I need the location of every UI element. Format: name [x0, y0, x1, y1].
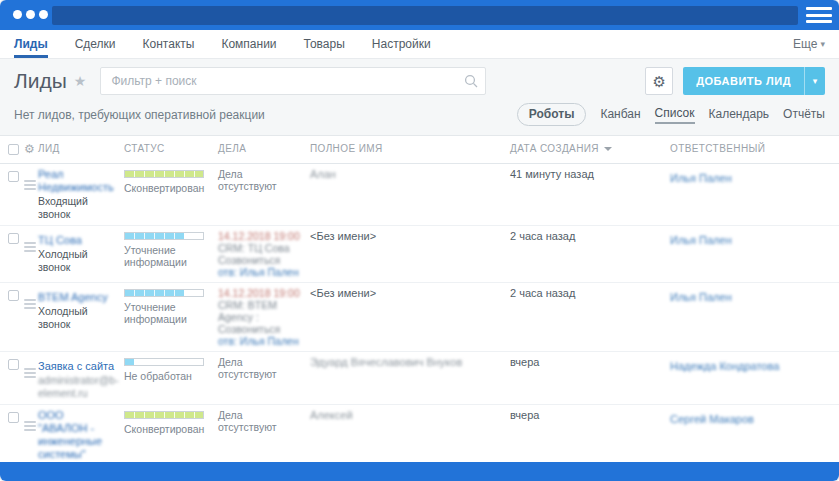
hamburger-menu-icon[interactable] — [806, 7, 832, 23]
select-all-checkbox[interactable] — [8, 144, 19, 155]
favorite-star-icon[interactable]: ★ — [74, 73, 87, 89]
settings-button[interactable]: ⚙ — [645, 67, 673, 95]
page-title: Лиды — [14, 69, 67, 93]
status-label: Уточнение информации — [124, 244, 210, 268]
nav-tab-products[interactable]: Товары — [304, 30, 345, 58]
activity-cell: Дела отсутствуют — [218, 352, 310, 405]
column-header-fullname[interactable]: ПОЛНОЕ ИМЯ — [310, 136, 510, 164]
column-settings-gear-icon[interactable]: ⚙ — [24, 142, 35, 156]
row-menu-icon[interactable] — [24, 242, 36, 252]
browser-topbar — [0, 0, 839, 30]
activity-line: Дела отсутствуют — [218, 356, 302, 380]
view-tab-list[interactable]: Список — [655, 106, 695, 124]
window-dot — [13, 10, 22, 19]
leads-table: ⚙ ЛИД СТАТУС ДЕЛА ПОЛНОЕ ИМЯ ДАТА СОЗДАН… — [0, 136, 839, 481]
responsible-link[interactable]: Илья Пален — [670, 172, 732, 184]
full-name: Эдуард Вячеславович Внуков — [310, 352, 510, 405]
add-lead-caret[interactable]: ▾ — [804, 67, 825, 95]
column-header-responsible[interactable]: ОТВЕТСТВЕННЫЙ — [670, 136, 839, 164]
status-bar — [124, 232, 204, 240]
activity-cell: 14.12.2018 19:00CRM: BTEMAgency :Созвони… — [218, 283, 310, 352]
row-checkbox[interactable] — [8, 233, 19, 244]
row-menu-icon[interactable] — [24, 368, 36, 378]
created-date: 41 минуту назад — [510, 164, 670, 226]
table-row[interactable]: BTEM AgencyХолодный звонок Уточнение инф… — [0, 283, 839, 352]
nav-tab-deals[interactable]: Сделки — [75, 30, 116, 58]
row-menu-icon[interactable] — [24, 421, 36, 431]
filter-search-box — [100, 67, 486, 95]
activity-line[interactable]: отв: Илья Пален — [218, 335, 302, 347]
activity-line[interactable]: отв: Илья Пален — [218, 266, 302, 278]
filter-search-input[interactable] — [100, 67, 486, 95]
lead-subtitle: Холодный звонок — [38, 248, 116, 274]
add-lead-button[interactable]: ДОБАВИТЬ ЛИД ▾ — [683, 67, 825, 95]
activity-line: Дела отсутствуют — [218, 409, 302, 433]
responsible-link[interactable]: Надежда Кондратова — [670, 360, 779, 372]
status-bar — [124, 170, 204, 178]
lead-link[interactable]: Реал Недвижимость — [38, 168, 116, 194]
lead-link[interactable]: BTEM Agency — [38, 291, 108, 304]
window-dot — [26, 10, 35, 19]
created-date: 2 часа назад — [510, 226, 670, 283]
view-tab-kanban[interactable]: Канбан — [600, 107, 640, 123]
row-menu-icon[interactable] — [24, 299, 36, 309]
row-checkbox[interactable] — [8, 412, 19, 423]
nav-tab-contacts[interactable]: Контакты — [143, 30, 195, 58]
table-row[interactable]: Заявка с сайтаadministrator@b-element.ru… — [0, 352, 839, 405]
window-dots — [13, 10, 48, 19]
row-menu-icon[interactable] — [24, 180, 36, 190]
view-tab-reports[interactable]: Отчёты — [783, 107, 825, 123]
chevron-down-icon: ▾ — [820, 39, 825, 49]
column-header-status[interactable]: СТАТУС — [124, 136, 218, 164]
table-row[interactable]: ТЦ СоваХолодный звонок Уточнение информа… — [0, 226, 839, 283]
page-toolbar: Лиды ★ ⚙ ДОБАВИТЬ ЛИД ▾ — [0, 59, 839, 101]
view-switcher: Роботы Канбан Список Календарь Отчёты — [517, 103, 825, 126]
responsible-link[interactable]: Сергей Макаров — [670, 413, 754, 425]
status-label: Уточнение информации — [124, 301, 210, 325]
view-tab-robots[interactable]: Роботы — [517, 103, 587, 126]
activity-line: Созвониться — [218, 254, 302, 266]
column-header-activity[interactable]: ДЕЛА — [218, 136, 310, 164]
created-date: 2 часа назад — [510, 283, 670, 352]
column-header-created[interactable]: ДАТА СОЗДАНИЯ — [510, 136, 670, 164]
full-name: Алан — [310, 164, 510, 226]
nav-more-dropdown[interactable]: Еще ▾ — [793, 30, 825, 58]
responsible-link[interactable]: Илья Пален — [670, 234, 732, 246]
row-checkbox[interactable] — [8, 359, 19, 370]
responsible-link[interactable]: Илья Пален — [670, 291, 732, 303]
caret-down-icon: ▾ — [813, 76, 818, 86]
bottom-bar — [0, 462, 839, 481]
row-checkbox[interactable] — [8, 171, 19, 182]
activity-line: Созвониться — [218, 323, 302, 335]
activity-line: 14.12.2018 19:00 — [218, 230, 302, 242]
created-date: вчера — [510, 352, 670, 405]
nav-tab-companies[interactable]: Компании — [221, 30, 276, 58]
gear-icon: ⚙ — [652, 74, 665, 89]
view-tab-calendar[interactable]: Календарь — [709, 107, 770, 123]
crm-navbar: Лиды Сделки Контакты Компании Товары Нас… — [0, 30, 839, 59]
status-label: Сконвертирован — [124, 423, 210, 435]
leads-table-body: Реал НедвижимостьВходящий звонок Сконвер… — [0, 164, 839, 481]
full-name: <Без имени> — [310, 283, 510, 352]
table-header-row: ⚙ ЛИД СТАТУС ДЕЛА ПОЛНОЕ ИМЯ ДАТА СОЗДАН… — [0, 136, 839, 164]
lead-link[interactable]: Заявка с сайта — [38, 360, 114, 373]
sort-desc-icon — [604, 147, 612, 151]
status-bar — [124, 411, 204, 419]
subbar: Нет лидов, требующих оперативной реакции… — [0, 101, 839, 135]
nav-tab-settings[interactable]: Настройки — [372, 30, 431, 58]
notice-text: Нет лидов, требующих оперативной реакции — [14, 108, 265, 122]
activity-line: 14.12.2018 19:00 — [218, 287, 302, 299]
column-header-lead[interactable]: ЛИД — [38, 136, 124, 164]
search-icon[interactable] — [464, 74, 478, 92]
nav-more-label: Еще — [793, 37, 817, 51]
lead-link[interactable]: ТЦ Сова — [38, 234, 82, 247]
window-dot — [39, 10, 48, 19]
lead-link[interactable]: ООО "АВАЛОН - инженерные системы" — [38, 409, 116, 461]
activity-cell: Дела отсутствуют — [218, 164, 310, 226]
status-label: Не обработан — [124, 370, 210, 382]
address-bar[interactable] — [52, 6, 798, 25]
table-row[interactable]: Реал НедвижимостьВходящий звонок Сконвер… — [0, 164, 839, 226]
nav-tab-leads[interactable]: Лиды — [14, 30, 48, 58]
row-checkbox[interactable] — [8, 290, 19, 301]
app-window: Лиды Сделки Контакты Компании Товары Нас… — [0, 0, 839, 481]
